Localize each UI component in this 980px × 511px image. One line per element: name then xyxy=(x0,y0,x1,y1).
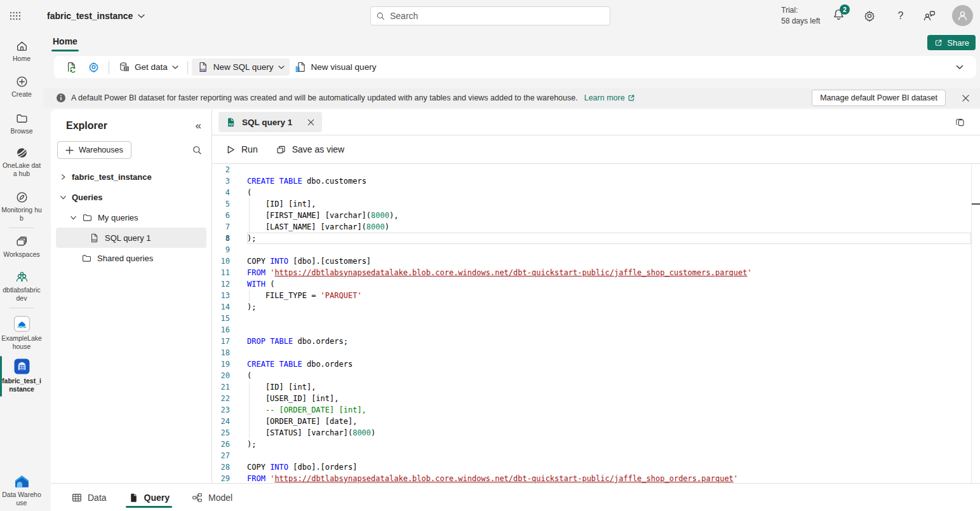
share-button[interactable]: Share xyxy=(927,35,976,50)
refresh-button[interactable] xyxy=(60,58,83,76)
feedback-button[interactable] xyxy=(922,9,936,23)
line-number[interactable]: 29 xyxy=(212,473,247,483)
code-line[interactable]: CREATE TABLE dbo.orders xyxy=(247,358,971,370)
code-line[interactable]: DROP TABLE dbo.orders; xyxy=(247,336,971,347)
tree-item-sql-query-1[interactable]: SQL SQL query 1 xyxy=(56,228,206,248)
code-line[interactable]: FILE_TYPE = 'PARQUET' xyxy=(247,290,971,301)
code-line[interactable]: CREATE TABLE dbo.customers xyxy=(247,175,971,187)
code-line[interactable] xyxy=(247,164,971,175)
sidebar-item-monitoring-hub[interactable]: Monitoring hub xyxy=(0,191,43,222)
tree-item-warehouse-root[interactable]: fabric_test_instance xyxy=(51,167,211,187)
sidebar-item-onelake-data-hub[interactable]: OneLake data hub xyxy=(0,146,43,178)
code-line[interactable]: COPY INTO [dbo].[customers] xyxy=(247,256,971,267)
code-line[interactable] xyxy=(247,313,971,324)
new-sql-query-button[interactable]: SQL New SQL query xyxy=(192,58,290,76)
copy-button[interactable] xyxy=(955,117,965,128)
line-number[interactable]: 22 xyxy=(212,393,247,404)
code-content[interactable]: CREATE TABLE dbo.customers( [ID] [int], … xyxy=(247,164,971,483)
sidebar-item-create[interactable]: Create xyxy=(0,75,43,99)
line-number[interactable]: 16 xyxy=(212,324,247,336)
collapse-explorer-button[interactable]: « xyxy=(196,119,201,132)
tree-item-queries[interactable]: Queries xyxy=(51,187,211,207)
chevron-right-icon[interactable] xyxy=(60,174,67,181)
code-line[interactable] xyxy=(247,347,971,358)
line-number[interactable]: 12 xyxy=(212,278,247,290)
code-line[interactable]: [STATUS] [varchar](8000) xyxy=(247,427,971,439)
explorer-search-button[interactable] xyxy=(192,145,203,156)
code-line[interactable]: [LAST_NAME] [varchar](8000) xyxy=(247,221,971,233)
line-number[interactable]: 26 xyxy=(212,439,247,450)
tab-model[interactable]: Model xyxy=(184,484,240,511)
line-number[interactable]: 10 xyxy=(212,256,247,267)
tree-item-my-queries[interactable]: My queries xyxy=(51,207,211,228)
code-line[interactable]: ); xyxy=(247,233,971,244)
workspace-switcher[interactable]: fabric_test_instance xyxy=(47,11,145,21)
search-input[interactable] xyxy=(390,11,605,21)
line-number[interactable]: 9 xyxy=(212,244,247,256)
code-line[interactable]: WITH ( xyxy=(247,278,971,290)
new-visual-query-button[interactable]: New visual query xyxy=(290,58,382,76)
tab-data[interactable]: Data xyxy=(64,484,114,511)
line-number[interactable]: 13 xyxy=(212,290,247,301)
line-number[interactable]: 11 xyxy=(212,267,247,278)
code-line[interactable]: COPY INTO [dbo].[orders] xyxy=(247,461,971,473)
code-line[interactable]: FROM 'https://dbtlabsynapsedatalake.blob… xyxy=(247,473,971,483)
line-number[interactable]: 20 xyxy=(212,370,247,381)
line-number[interactable]: 25 xyxy=(212,427,247,439)
line-number[interactable]: 8 xyxy=(212,233,247,244)
manage-dataset-button[interactable]: Manage default Power BI dataset xyxy=(812,90,946,106)
line-number[interactable]: 5 xyxy=(212,198,247,210)
tab-query[interactable]: Query xyxy=(121,484,177,511)
line-number[interactable]: 18 xyxy=(212,347,247,358)
line-number-gutter[interactable]: 2345678910111213141516171819202122232425… xyxy=(212,164,247,483)
tab-home[interactable]: Home xyxy=(53,36,77,48)
notifications-button[interactable]: 2 xyxy=(832,8,849,24)
sidebar-item-home[interactable]: Home xyxy=(0,39,43,63)
global-search[interactable] xyxy=(370,6,610,25)
close-icon[interactable] xyxy=(307,118,315,126)
sql-code-editor[interactable]: 2345678910111213141516171819202122232425… xyxy=(212,164,980,483)
collapse-ribbon-button[interactable] xyxy=(956,65,963,70)
sidebar-item-data-warehouse[interactable]: Data Warehouse xyxy=(0,474,43,507)
line-number[interactable]: 6 xyxy=(212,210,247,221)
line-number[interactable]: 3 xyxy=(212,175,247,187)
get-data-button[interactable]: Get data xyxy=(113,58,184,76)
code-line[interactable]: ); xyxy=(247,439,971,450)
line-number[interactable]: 19 xyxy=(212,358,247,370)
line-number[interactable]: 14 xyxy=(212,301,247,313)
sidebar-item-dbtlabsfabricdev[interactable]: dbtlabsfabricdev xyxy=(0,271,43,303)
help-button[interactable]: ? xyxy=(894,9,908,23)
line-number[interactable]: 15 xyxy=(212,313,247,324)
avatar[interactable] xyxy=(952,5,973,26)
code-line[interactable]: FROM 'https://dbtlabsynapsedatalake.blob… xyxy=(247,267,971,278)
line-number[interactable]: 7 xyxy=(212,221,247,233)
line-number[interactable]: 21 xyxy=(212,381,247,393)
overview-ruler[interactable] xyxy=(971,164,980,483)
sidebar-item-workspaces[interactable]: Workspaces xyxy=(0,235,43,259)
sidebar-item-browse[interactable]: Browse xyxy=(0,112,43,135)
trial-status[interactable]: Trial: 58 days left xyxy=(781,5,820,27)
learn-more-link[interactable]: Learn more xyxy=(584,93,635,102)
code-line[interactable] xyxy=(247,244,971,256)
banner-close-button[interactable] xyxy=(960,92,971,104)
code-line[interactable]: [USER_ID] [int], xyxy=(247,393,971,404)
settings-button[interactable] xyxy=(863,9,876,23)
run-button[interactable]: Run xyxy=(220,140,264,159)
chevron-down-icon[interactable] xyxy=(60,194,67,201)
code-line[interactable]: -- [ORDER_DATE] [int], xyxy=(247,404,971,416)
code-line[interactable]: [ORDER_DATE] [date], xyxy=(247,416,971,427)
code-line[interactable]: ( xyxy=(247,370,971,381)
code-line[interactable]: ); xyxy=(247,301,971,313)
code-line[interactable] xyxy=(247,324,971,336)
line-number[interactable]: 28 xyxy=(212,461,247,473)
line-number[interactable]: 4 xyxy=(212,187,247,198)
save-as-view-button[interactable]: Save as view xyxy=(269,140,351,159)
add-warehouses-button[interactable]: Warehouses xyxy=(57,141,131,159)
code-line[interactable]: [ID] [int], xyxy=(247,381,971,393)
code-line[interactable]: ( xyxy=(247,187,971,198)
line-number[interactable]: 27 xyxy=(212,450,247,461)
line-number[interactable]: 24 xyxy=(212,416,247,427)
code-line[interactable]: [FIRST_NAME] [varchar](8000), xyxy=(247,210,971,221)
code-line[interactable] xyxy=(247,450,971,461)
sidebar-item-fabric-test-instance[interactable]: fabric_test_instance xyxy=(0,358,43,393)
